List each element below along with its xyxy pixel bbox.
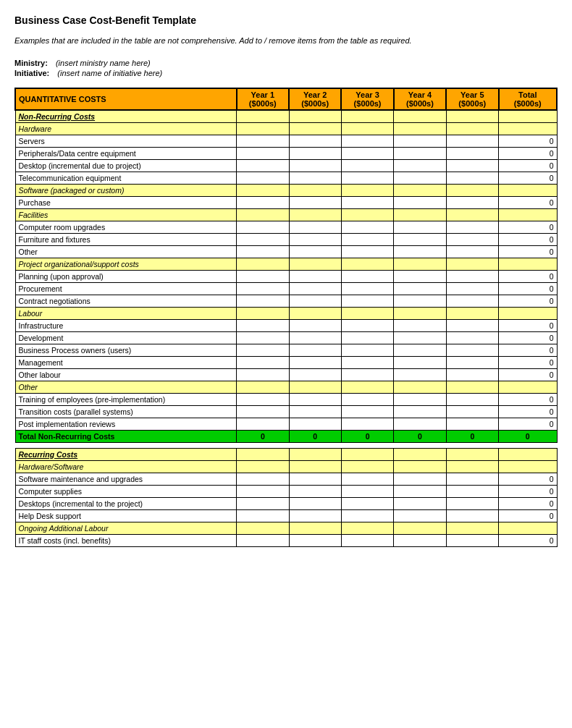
header-year3: Year 3($000s)	[341, 88, 393, 110]
table-row: Software maintenance and upgrades 0	[15, 473, 557, 485]
header-year4: Year 4($000s)	[394, 88, 446, 110]
table-row: Servers 0	[15, 135, 557, 147]
table-row: Desktop (incremental due to project) 0	[15, 159, 557, 172]
software-subcat: Software (packaged or custom)	[15, 184, 557, 196]
table-row: Contract negotiations 0	[15, 295, 557, 307]
table-row: Development 0	[15, 331, 557, 344]
page-title: Business Case Cost-Benefit Template	[14, 14, 558, 26]
initiative-label: Initiative:	[14, 69, 49, 77]
table-row: Computer supplies 0	[15, 485, 557, 497]
table-row: Other labour 0	[15, 368, 557, 381]
header-year1: Year 1($000s)	[237, 88, 289, 110]
recurring-costs-header: Recurring Costs	[15, 448, 557, 460]
header-year5: Year 5($000s)	[446, 88, 498, 110]
table-row: Business Process owners (users) 0	[15, 344, 557, 356]
table-row: Help Desk support 0	[15, 509, 557, 522]
table-row: Purchase 0	[15, 196, 557, 208]
subtitle-text: Examples that are included in the table …	[14, 35, 558, 47]
labour-subcat: Labour	[15, 307, 557, 319]
table-row: Telecommunication equipment 0	[15, 172, 557, 184]
table-row: Peripherals/Data centre equipment 0	[15, 147, 557, 159]
table-row: Procurement 0	[15, 282, 557, 295]
initiative-value: (insert name of initiative here)	[57, 69, 162, 77]
non-recurring-costs-header: Non-Recurring Costs	[15, 110, 557, 123]
header-total: Total($000s)	[499, 88, 557, 110]
ministry-value: (insert ministry name here)	[56, 59, 151, 67]
facilities-subcat: Facilities	[15, 208, 557, 221]
total-non-recurring-row: Total Non-Recurring Costs 0 0 0 0 0 0	[15, 430, 557, 442]
ministry-label: Ministry:	[14, 59, 48, 67]
table-row: Management 0	[15, 356, 557, 368]
header-year2: Year 2($000s)	[289, 88, 341, 110]
header-quantitative-costs: QUANTITATIVE COSTS	[15, 88, 237, 110]
table-row: Transition costs (parallel systems) 0	[15, 405, 557, 418]
table-row: Other 0	[15, 245, 557, 258]
table-row: Desktops (incremental to the project) 0	[15, 497, 557, 509]
table-row: IT staff costs (incl. benefits) 0	[15, 534, 557, 546]
hardware-subcat: Hardware	[15, 122, 557, 135]
table-row: Furniture and fixtures 0	[15, 233, 557, 245]
project-org-subcat: Project organizational/support costs	[15, 258, 557, 270]
table-header: QUANTITATIVE COSTS Year 1($000s) Year 2(…	[15, 88, 557, 110]
table-row: Planning (upon approval) 0	[15, 270, 557, 282]
cost-benefit-table: QUANTITATIVE COSTS Year 1($000s) Year 2(…	[14, 88, 558, 547]
hardware-software-subcat: Hardware/Software	[15, 460, 557, 473]
table-row: Post implementation reviews 0	[15, 418, 557, 430]
spacer-row	[15, 442, 557, 448]
ongoing-labour-subcat: Ongoing Additional Labour	[15, 522, 557, 534]
other-subcat: Other	[15, 381, 557, 393]
table-row: Training of employees (pre-implementatio…	[15, 393, 557, 405]
table-row: Computer room upgrades 0	[15, 221, 557, 233]
table-row: Infrastructure 0	[15, 319, 557, 331]
